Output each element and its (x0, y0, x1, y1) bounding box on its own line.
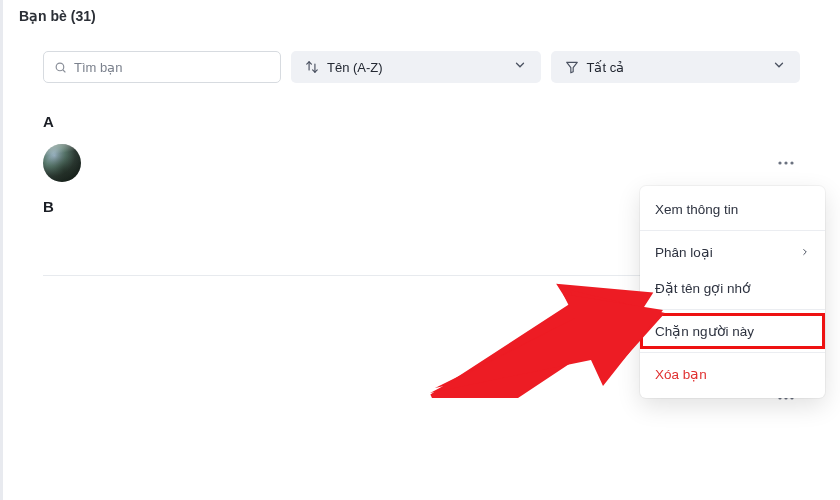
sort-dropdown[interactable]: Tên (A-Z) (291, 51, 541, 83)
menu-separator (640, 230, 825, 231)
menu-set-nickname[interactable]: Đặt tên gợi nhớ (640, 270, 825, 306)
menu-label: Đặt tên gợi nhớ (655, 280, 751, 296)
more-button[interactable] (772, 149, 800, 177)
filter-icon (565, 60, 579, 74)
filter-dropdown[interactable]: Tất cả (551, 51, 801, 83)
menu-label: Xóa bạn (655, 366, 707, 382)
search-input[interactable] (74, 60, 270, 75)
menu-block-user[interactable]: Chặn người này (640, 313, 825, 349)
page-title: Bạn bè (31) (19, 8, 96, 24)
menu-separator (640, 352, 825, 353)
svg-line-1 (63, 69, 66, 72)
chevron-right-icon (800, 245, 810, 260)
search-input-wrapper[interactable] (43, 51, 281, 83)
svg-marker-2 (566, 62, 577, 73)
menu-view-info[interactable]: Xem thông tin (640, 192, 825, 227)
svg-point-4 (784, 161, 787, 164)
friend-row[interactable] (43, 140, 800, 186)
sort-label: Tên (A-Z) (327, 60, 383, 75)
menu-unfriend[interactable]: Xóa bạn (640, 356, 825, 392)
svg-point-0 (56, 63, 64, 71)
menu-label: Chặn người này (655, 323, 754, 339)
sort-icon (305, 60, 319, 74)
filter-label: Tất cả (587, 60, 625, 75)
menu-categorize[interactable]: Phân loại (640, 234, 825, 270)
section-header-a: A (43, 113, 800, 130)
avatar[interactable] (43, 144, 81, 182)
menu-separator (640, 309, 825, 310)
menu-label: Phân loại (655, 244, 713, 260)
svg-point-3 (778, 161, 781, 164)
search-icon (54, 61, 67, 74)
chevron-down-icon (513, 58, 527, 76)
svg-point-5 (790, 161, 793, 164)
menu-label: Xem thông tin (655, 202, 738, 217)
context-menu: Xem thông tin Phân loại Đặt tên gợi nhớ … (640, 186, 825, 398)
chevron-down-icon (772, 58, 786, 76)
